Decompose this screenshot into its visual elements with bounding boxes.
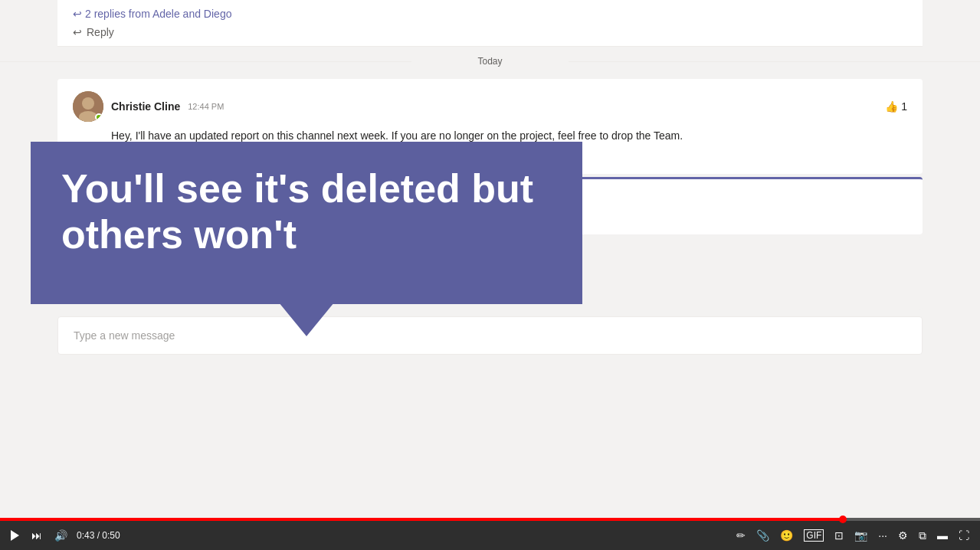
overlay-callout: You'll see it's deleted but others won't [31, 142, 582, 304]
callout-arrow [279, 303, 334, 336]
reaction-count: 1 [901, 100, 907, 113]
time-display: 0:43 / 0:50 [77, 530, 120, 541]
date-separator: Today [0, 47, 980, 76]
settings-button[interactable]: ⚙ [895, 528, 911, 543]
progress-dot [839, 516, 847, 523]
play-icon [11, 530, 19, 541]
skip-forward-button[interactable]: ⏭ [28, 528, 45, 543]
fullscreen-button[interactable]: ⛶ [955, 528, 972, 543]
draw-icon-button[interactable]: ✏ [733, 528, 749, 543]
message-placeholder: Type a new message [74, 329, 906, 342]
progress-bar-container[interactable] [0, 518, 980, 521]
theater-mode-button[interactable]: ▬ [934, 528, 951, 543]
reply-icon-top: ↩ [73, 26, 82, 38]
status-indicator-green [95, 113, 103, 121]
reply-button-top[interactable]: ↩ Reply [73, 26, 907, 38]
reaction-emoji: 👍 [885, 100, 898, 113]
emoji-icon-button[interactable]: 🙂 [777, 528, 796, 543]
sticker-icon: ⊡ [834, 529, 844, 542]
sender-name-christie: Christie Cline [111, 100, 180, 113]
settings-icon: ⚙ [898, 529, 908, 542]
mini-player-button[interactable]: ⧉ [916, 528, 929, 544]
chat-container: ↩ 2 replies from Adele and Diego ↩ Reply… [0, 0, 980, 521]
mini-player-icon: ⧉ [919, 529, 926, 542]
fullscreen-icon: ⛶ [959, 529, 969, 542]
volume-icon: 🔊 [54, 529, 67, 542]
message-header-christie: Christie Cline 12:44 PM 👍 1 [73, 91, 907, 122]
draw-icon: ✏ [736, 529, 746, 542]
gif-icon: GIF [804, 529, 824, 542]
skip-icon: ⏭ [31, 529, 42, 542]
right-controls: ✏ 📎 🙂 GIF ⊡ 📷 ··· ⚙ ⧉ ▬ ⛶ [733, 528, 972, 544]
overlay-text: You'll see it's deleted but others won't [61, 166, 552, 258]
more-icon: ··· [878, 529, 887, 542]
replies-icon: ↩ [73, 8, 82, 20]
play-button[interactable] [8, 529, 22, 542]
svg-point-1 [82, 97, 94, 110]
volume-button[interactable]: 🔊 [51, 528, 70, 543]
top-section: ↩ 2 replies from Adele and Diego ↩ Reply [57, 0, 923, 47]
camera-icon: 📷 [854, 529, 867, 542]
reaction-badge-christie[interactable]: 👍 1 [885, 100, 907, 113]
progress-bar-fill [0, 518, 843, 521]
message-input-area[interactable]: Type a new message [57, 316, 923, 355]
video-controls-bar: ⏭ 🔊 0:43 / 0:50 ✏ 📎 🙂 GIF ⊡ 📷 ··· ⚙ [0, 521, 980, 550]
camera-icon-button[interactable]: 📷 [851, 528, 870, 543]
attach-icon-button[interactable]: 📎 [753, 528, 772, 543]
gif-icon-button[interactable]: GIF [801, 528, 827, 543]
replies-link[interactable]: ↩ 2 replies from Adele and Diego [73, 8, 907, 20]
theater-icon: ▬ [937, 529, 948, 542]
message-meta-christie: Christie Cline 12:44 PM [73, 91, 224, 122]
more-options-button[interactable]: ··· [875, 528, 890, 543]
sticker-icon-button[interactable]: ⊡ [831, 528, 847, 543]
emoji-icon: 🙂 [780, 529, 793, 542]
attach-icon: 📎 [756, 529, 769, 542]
message-time-christie: 12:44 PM [188, 102, 224, 111]
avatar-christie [73, 91, 103, 122]
